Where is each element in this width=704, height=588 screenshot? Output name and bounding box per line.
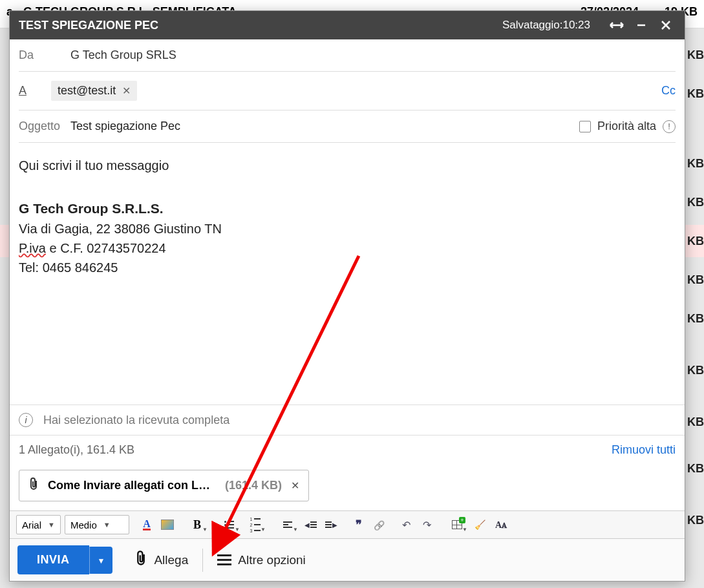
highlight-icon: [161, 520, 174, 530]
priority-toggle[interactable]: Priorità alta !: [579, 120, 676, 133]
body-text: Qui scrivi il tuo messaggio: [19, 156, 676, 175]
eraser-icon: 🧹: [475, 520, 485, 530]
priority-label: Priorità alta: [597, 120, 656, 133]
attach-button[interactable]: Allega: [134, 550, 188, 571]
signature-piva: P.iva e C.F. 02743570224: [19, 238, 676, 258]
minimize-icon[interactable]: [632, 16, 651, 35]
attachment-filesize: (161.4 KB): [225, 479, 282, 492]
format-toolbar: Arial▼ Medio▼ A B▼ ▼ 123 ▼ ▼: [10, 510, 685, 538]
recipient-chip[interactable]: test@test.it ✕: [51, 81, 137, 101]
titlebar: TEST SPIEGAZIONE PEC Salvataggio:10:23: [10, 11, 685, 39]
bullet-list-icon: [224, 521, 234, 529]
undo-icon: ↶: [402, 519, 411, 531]
compose-window: TEST SPIEGAZIONE PEC Salvataggio:10:23 D…: [9, 10, 685, 582]
from-row: Da G Tech Group SRLS: [19, 39, 676, 72]
subject-label: Oggetto: [19, 120, 70, 133]
paperclip-icon: [134, 550, 147, 571]
divider: [202, 549, 203, 572]
blockquote-button[interactable]: ❞: [349, 515, 368, 534]
numbered-list-icon: 123: [250, 517, 261, 533]
bold-icon: B: [193, 518, 201, 532]
chevron-down-icon: ▼: [103, 521, 111, 529]
font-icon: Aᴀ: [495, 520, 507, 530]
outdent-button[interactable]: ◀: [301, 515, 321, 534]
redo-button[interactable]: ↷: [418, 515, 437, 534]
attachments-summary: 1 Allegato(i), 161.4 KB: [19, 443, 134, 457]
message-body[interactable]: Qui scrivi il tuo messaggio G Tech Group…: [10, 143, 685, 404]
paperclip-icon: [28, 477, 39, 494]
piva-underline: P.iva: [19, 241, 46, 255]
send-dropdown[interactable]: ▼: [89, 547, 113, 574]
indent-button[interactable]: ▶: [322, 515, 341, 534]
chevron-down-icon: ▼: [98, 556, 105, 565]
signature-name: G Tech Group S.R.L.S.: [19, 198, 676, 219]
chevron-down-icon: ▼: [48, 521, 55, 529]
attach-label: Allega: [154, 553, 188, 567]
autosave-status: Salvataggio:10:23: [502, 19, 590, 32]
indent-icon: ▶: [325, 521, 337, 529]
attachments-header: 1 Allegato(i), 161.4 KB Rimuovi tutti: [10, 435, 685, 465]
to-label[interactable]: A: [19, 84, 51, 98]
attachment-filename: Come Inviare allegati con La…: [48, 479, 216, 492]
cc-button[interactable]: Cc: [661, 84, 676, 98]
recipient-email: test@test.it: [58, 84, 116, 98]
priority-info-icon[interactable]: !: [663, 120, 676, 133]
font-settings-button[interactable]: Aᴀ: [491, 515, 511, 534]
font-family-select[interactable]: Arial▼: [16, 515, 61, 534]
outdent-icon: ◀: [304, 521, 317, 529]
remove-all-button[interactable]: Rimuovi tutti: [612, 443, 676, 457]
close-icon[interactable]: [656, 16, 676, 35]
subject-value[interactable]: Test spiegazione Pec: [70, 120, 579, 133]
quote-icon: ❞: [356, 518, 362, 532]
align-left-icon: [283, 521, 292, 528]
link-button[interactable]: [370, 515, 389, 534]
redo-icon: ↷: [423, 519, 431, 531]
font-color-icon: A: [143, 520, 151, 530]
send-button[interactable]: INVIA: [17, 545, 89, 574]
expand-horizontal-icon[interactable]: [607, 16, 626, 35]
receipt-text: Hai selezionato la ricevuta completa: [43, 414, 229, 427]
remove-attachment-icon[interactable]: ✕: [291, 479, 299, 492]
clear-format-button[interactable]: 🧹: [471, 515, 490, 534]
numbered-list-button[interactable]: 123 ▼: [243, 515, 268, 534]
bold-button[interactable]: B▼: [185, 515, 209, 534]
menu-icon: [217, 554, 231, 565]
attachments-list: Come Inviare allegati con La… (161.4 KB)…: [10, 465, 685, 510]
more-options-label: Altre opzioni: [238, 553, 306, 567]
from-label: Da: [19, 48, 70, 62]
receipt-info-row: i Hai selezionato la ricevuta completa: [10, 404, 685, 435]
from-value[interactable]: G Tech Group SRLS: [70, 48, 176, 62]
link-icon: [374, 520, 385, 530]
subject-row[interactable]: Oggetto Test spiegazione Pec Priorità al…: [19, 110, 676, 143]
send-bar: INVIA ▼ Allega Altre opzioni: [10, 538, 685, 581]
align-button[interactable]: ▼: [275, 515, 300, 534]
info-icon[interactable]: i: [19, 413, 33, 427]
window-title: TEST SPIEGAZIONE PEC: [19, 19, 502, 32]
bullet-list-button[interactable]: ▼: [217, 515, 242, 534]
font-color-button[interactable]: A: [137, 515, 156, 534]
table-icon: +: [452, 520, 462, 529]
to-row[interactable]: A test@test.it ✕ Cc: [19, 72, 676, 110]
font-size-select[interactable]: Medio▼: [65, 515, 129, 534]
attachment-pill[interactable]: Come Inviare allegati con La… (161.4 KB)…: [19, 470, 309, 501]
more-options-button[interactable]: Altre opzioni: [217, 553, 306, 567]
undo-button[interactable]: ↶: [397, 515, 416, 534]
remove-recipient-icon[interactable]: ✕: [122, 85, 131, 97]
priority-checkbox[interactable]: [579, 121, 591, 132]
insert-table-button[interactable]: +▼: [445, 515, 469, 534]
highlight-color-button[interactable]: [158, 515, 177, 534]
signature-tel: Tel: 0465 846245: [19, 258, 676, 277]
signature-address: Via di Gagia, 22 38086 Giustino TN: [19, 219, 676, 238]
